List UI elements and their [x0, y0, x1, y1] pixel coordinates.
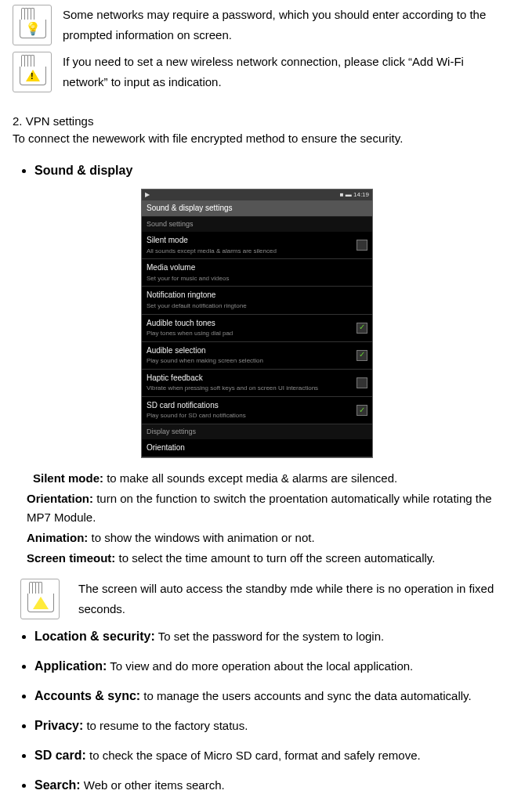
setting-row: Media volumeSet your for music and video… — [142, 259, 372, 287]
section-header: Sound settings — [142, 217, 372, 232]
setting-row: Audible selectionPlay sound when making … — [142, 342, 372, 370]
section-header: Display settings — [142, 424, 372, 439]
device-screenshot: ▶ ■ ▬ 14:19 Sound & display settings Sou… — [141, 189, 373, 459]
setting-row: Silent modeAll sounds except media & ala… — [142, 232, 372, 259]
status-right: ■ ▬ 14:19 — [340, 190, 369, 200]
settings-bullets: Location & security: To set the password… — [13, 626, 501, 812]
vpn-heading: 2. VPN settings — [13, 113, 501, 130]
list-item: Accounts & sync: to manage the users acc… — [34, 685, 501, 707]
note-standby: The screen will auto access the standby … — [13, 579, 501, 619]
vpn-section: 2. VPN settings To connect the newework … — [13, 113, 501, 147]
definitions: Silent mode: to make all sounds except m… — [13, 469, 501, 568]
hand-bulb-icon: 💡 — [13, 5, 52, 45]
hand-warn-icon — [13, 52, 52, 92]
list-item: Application: To view and do more operati… — [34, 655, 501, 677]
setting-row: Notification ringtoneSet your default no… — [142, 287, 372, 314]
checkbox-icon: ✓ — [357, 405, 367, 416]
sound-display-list: Sound & display — [13, 161, 501, 179]
status-left-icon: ▶ — [145, 190, 150, 200]
note-text: Some networks may require a password, wh… — [63, 5, 501, 45]
checkbox-icon: ✓ — [357, 323, 367, 334]
def-orientation: Orientation: turn on the function to swi… — [27, 489, 501, 527]
setting-row: Audible touch tonesPlay tones when using… — [142, 315, 372, 342]
vpn-text: To connect the newework with file encryp… — [13, 130, 501, 147]
list-item: Location & security: To set the password… — [34, 626, 501, 648]
list-item: Search: Web or other items search. — [34, 774, 501, 796]
def-silent: Silent mode: to make all sounds except m… — [27, 469, 501, 488]
status-bar: ▶ ■ ▬ 14:19 — [142, 189, 372, 200]
def-animation: Animation: to show the windows with anim… — [27, 529, 501, 547]
def-timeout: Screen timeout: to select the time amoun… — [27, 549, 501, 568]
setting-row: SD card notificationsPlay sound for SD c… — [142, 397, 372, 424]
hand-eye-icon — [20, 579, 60, 619]
screen-title: Sound & display settings — [142, 200, 372, 218]
setting-row: Orientation — [142, 439, 372, 458]
list-item: Privacy: to resume to the factory status… — [34, 715, 501, 737]
list-item: Language & Keyboard: to select the locat… — [34, 804, 501, 812]
note-text: The screen will auto access the standby … — [71, 579, 501, 619]
checkbox-icon: ✓ — [357, 350, 367, 361]
list-item: SD card: to check the space of Micro SD … — [34, 745, 501, 767]
note-text: If you need to set a new wireless networ… — [63, 52, 501, 92]
checkbox-icon — [357, 240, 367, 251]
sound-display-item: Sound & display — [34, 161, 501, 179]
checkbox-icon — [357, 377, 367, 388]
sound-display-heading: Sound & display — [34, 164, 132, 177]
note-password: 💡 Some networks may require a password, … — [13, 5, 501, 45]
note-addwifi: If you need to set a new wireless networ… — [13, 52, 501, 92]
setting-row: Haptic feedbackVibrate when pressing sof… — [142, 370, 372, 397]
